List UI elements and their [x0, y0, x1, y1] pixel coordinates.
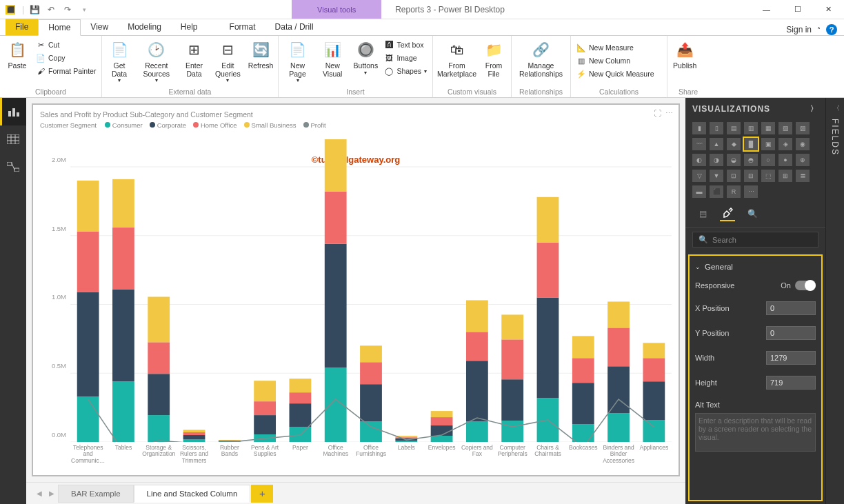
viz-type-icon[interactable]: ◓ — [744, 154, 758, 166]
format-mode-icon[interactable] — [720, 206, 735, 221]
report-canvas[interactable]: ⛶ ⋯ Sales and Profit by Product Sub-Cate… — [26, 98, 685, 482]
tab-modeling[interactable]: Modeling — [118, 19, 171, 35]
refresh-button[interactable]: 🔄Refresh — [246, 37, 275, 72]
paste-button[interactable]: 📋Paste — [3, 37, 32, 72]
viz-type-icon[interactable]: ◐ — [692, 154, 706, 166]
copy-button[interactable]: 📄Copy — [33, 52, 99, 64]
analytics-mode-icon[interactable]: 🔍 — [745, 206, 760, 221]
redo-icon[interactable]: ↷ — [60, 2, 75, 17]
expand-fields-icon[interactable]: 〈 — [833, 103, 840, 113]
new-column-button[interactable]: ▥New Column — [574, 54, 657, 67]
general-section-header[interactable]: ⌄General — [695, 263, 816, 271]
recent-sources-button[interactable]: 🕑Recent Sources▾ — [135, 37, 178, 85]
buttons-button[interactable]: 🔘Buttons▾ — [351, 37, 380, 77]
fields-mode-icon[interactable]: ▤ — [695, 206, 710, 221]
tab-file[interactable]: File — [6, 19, 38, 35]
y-position-input[interactable] — [766, 326, 816, 340]
new-visual-button[interactable]: 📊New Visual — [315, 37, 350, 79]
viz-type-icon[interactable]: ▮ — [692, 122, 706, 134]
page-next-button[interactable]: ▶ — [46, 487, 58, 501]
data-view-button[interactable] — [0, 125, 26, 153]
viz-type-icon[interactable]: ▤ — [727, 122, 741, 134]
maximize-button[interactable]: ☐ — [782, 0, 813, 19]
height-input[interactable] — [766, 376, 816, 390]
save-icon[interactable]: 💾 — [27, 2, 42, 17]
fields-pane-collapsed[interactable]: 〈 FIELDS — [826, 98, 844, 504]
undo-icon[interactable]: ↶ — [43, 2, 59, 17]
enter-data-button[interactable]: ⊞Enter Data — [179, 37, 210, 79]
tab-datadrill[interactable]: Data / Drill — [265, 19, 323, 35]
image-button[interactable]: 🖼Image — [381, 52, 430, 64]
new-measure-button[interactable]: 📐New Measure — [574, 41, 657, 54]
viz-type-icon[interactable]: ⊕ — [796, 154, 810, 166]
viz-type-icon[interactable]: ▯ — [710, 122, 723, 134]
viz-type-icon[interactable]: ⊞ — [778, 170, 792, 182]
viz-type-icon[interactable]: 〓 — [796, 170, 810, 182]
page-tab-bar[interactable]: BAR Example — [58, 485, 134, 503]
width-input[interactable] — [766, 351, 816, 365]
svg-rect-80 — [643, 420, 665, 442]
alt-text-input[interactable] — [695, 413, 816, 452]
from-marketplace-button[interactable]: 🛍From Marketplace — [436, 37, 478, 79]
page-tab-line[interactable]: Line and Stacked Column — [134, 485, 251, 503]
minimize-button[interactable]: — — [751, 0, 782, 19]
chevron-up-icon[interactable]: ˄ — [817, 26, 821, 34]
svg-rect-37 — [254, 415, 276, 434]
viz-type-icon[interactable]: ◑ — [710, 154, 723, 166]
publish-button[interactable]: 📤Publish — [670, 37, 699, 72]
viz-type-icon[interactable]: ▣ — [761, 138, 775, 150]
responsive-toggle[interactable]: On — [781, 281, 816, 290]
viz-type-icon[interactable]: ◈ — [778, 138, 792, 150]
focus-mode-icon[interactable]: ⛶ — [654, 109, 661, 118]
cut-button[interactable]: ✂Cut — [33, 39, 99, 51]
from-file-button[interactable]: 📁From File — [479, 37, 508, 79]
svg-rect-59 — [431, 411, 453, 417]
visual-tools-tab[interactable]: Visual tools — [292, 0, 381, 19]
chart-visual[interactable]: ⛶ ⋯ Sales and Profit by Product Sub-Cate… — [32, 103, 680, 476]
viz-type-icon[interactable]: R — [727, 185, 741, 198]
viz-type-icon[interactable]: ⊡ — [727, 170, 741, 182]
new-page-button[interactable]: 📄New Page▾ — [281, 37, 314, 85]
add-page-button[interactable]: + — [251, 485, 273, 503]
more-options-icon[interactable]: ⋯ — [665, 109, 673, 118]
new-quick-measure-button[interactable]: ⚡New Quick Measure — [574, 68, 657, 80]
viz-type-icon[interactable]: ▼ — [710, 170, 723, 182]
model-view-button[interactable] — [0, 153, 26, 181]
viz-type-icon[interactable]: ▥ — [744, 122, 758, 134]
viz-type-icon[interactable]: ◆ — [727, 138, 741, 150]
viz-type-icon[interactable]: ▨ — [796, 122, 810, 134]
viz-type-icon[interactable]: ⊟ — [744, 170, 758, 182]
viz-type-icon[interactable]: ● — [778, 154, 792, 166]
format-painter-button[interactable]: 🖌Format Painter — [33, 65, 99, 77]
shapes-button[interactable]: ◯Shapes▾ — [381, 65, 430, 77]
viz-type-icon[interactable]: ◉ — [796, 138, 810, 150]
help-icon[interactable]: ? — [826, 24, 837, 35]
viz-type-icon[interactable]: ⬛ — [710, 185, 723, 198]
viz-type-icon[interactable]: ▬ — [692, 185, 706, 198]
viz-type-icon[interactable]: ○ — [761, 154, 775, 166]
tab-format[interactable]: Format — [220, 19, 265, 35]
close-button[interactable]: ✕ — [813, 0, 844, 19]
viz-type-icon[interactable]: ◒ — [727, 154, 741, 166]
viz-type-icon[interactable]: ▲ — [710, 138, 723, 150]
viz-type-icon[interactable]: ⬚ — [761, 170, 775, 182]
viz-type-icon[interactable]: █ — [744, 138, 758, 150]
format-search[interactable]: 🔍Search — [692, 232, 818, 248]
tab-help[interactable]: Help — [171, 19, 208, 35]
manage-relationships-button[interactable]: 🔗Manage Relationships — [514, 37, 567, 79]
viz-type-icon[interactable]: 〰 — [692, 138, 706, 150]
x-position-input[interactable] — [766, 301, 816, 315]
report-view-button[interactable] — [0, 98, 26, 125]
viz-type-icon[interactable]: ⋯ — [744, 185, 758, 198]
page-prev-button[interactable]: ◀ — [33, 487, 46, 501]
tab-home[interactable]: Home — [38, 19, 81, 36]
viz-type-icon[interactable]: ▽ — [692, 170, 706, 182]
text-box-button[interactable]: 🅰Text box — [381, 39, 430, 51]
tab-view[interactable]: View — [81, 19, 118, 35]
viz-type-icon[interactable]: ▧ — [778, 122, 792, 134]
get-data-button[interactable]: 📄Get Data▾ — [105, 37, 134, 85]
collapse-viz-icon[interactable]: 〉 — [810, 103, 818, 114]
viz-type-icon[interactable]: ▦ — [761, 122, 775, 134]
sign-in-link[interactable]: Sign in — [786, 25, 812, 34]
edit-queries-button[interactable]: ⊟Edit Queries▾ — [211, 37, 245, 85]
